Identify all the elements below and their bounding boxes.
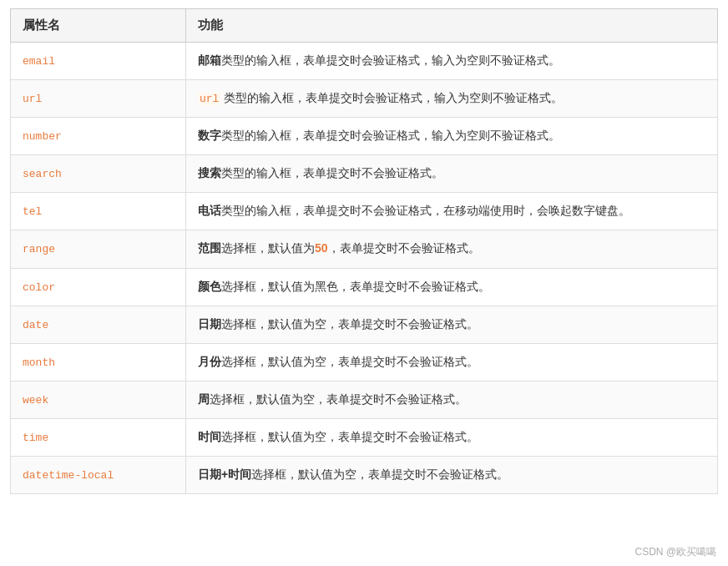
- table-row: urlurl 类型的输入框，表单提交时会验证格式，输入为空则不验证格式。: [11, 80, 718, 118]
- func-bold-text: 数字: [198, 129, 221, 142]
- attr-cell: url: [11, 80, 186, 118]
- table-row: tel电话类型的输入框，表单提交时不会验证格式，在移动端使用时，会唤起数字键盘。: [11, 193, 718, 230]
- table-row: datetime-local日期+时间选择框，默认值为空，表单提交时不会验证格式…: [11, 457, 718, 494]
- func-cell: 邮箱类型的输入框，表单提交时会验证格式，输入为空则不验证格式。: [186, 43, 718, 80]
- table-row: week周选择框，默认值为空，表单提交时不会验证格式。: [11, 381, 718, 418]
- attr-name-label: number: [23, 130, 62, 143]
- col-header-attr: 属性名: [11, 9, 186, 43]
- attr-name-label: email: [23, 55, 55, 68]
- watermark: CSDN @欧买噶噶: [634, 545, 716, 559]
- attr-cell: color: [11, 268, 186, 306]
- attr-cell: tel: [11, 193, 186, 230]
- attr-cell: number: [11, 118, 186, 155]
- table-row: number数字类型的输入框，表单提交时会验证格式，输入为空则不验证格式。: [11, 118, 718, 155]
- func-bold-text: 时间: [198, 430, 221, 443]
- attr-name-label: url: [23, 93, 42, 105]
- func-cell: 月份选择框，默认值为空，表单提交时不会验证格式。: [186, 343, 718, 381]
- attr-cell: date: [11, 306, 186, 343]
- func-cell: 搜索类型的输入框，表单提交时不会验证格式。: [186, 155, 718, 193]
- attr-name-label: week: [23, 394, 48, 407]
- func-code-text: url: [198, 93, 220, 105]
- func-cell: 日期+时间选择框，默认值为空，表单提交时不会验证格式。: [186, 457, 718, 494]
- table-row: date日期选择框，默认值为空，表单提交时不会验证格式。: [11, 306, 718, 343]
- table-row: time时间选择框，默认值为空，表单提交时不会验证格式。: [11, 418, 718, 456]
- attributes-table: 属性名 功能 email邮箱类型的输入框，表单提交时会验证格式，输入为空则不验证…: [10, 8, 718, 494]
- attr-name-label: date: [23, 319, 48, 331]
- func-bold-text: 日期+时间: [198, 467, 251, 481]
- func-cell: 数字类型的输入框，表单提交时会验证格式，输入为空则不验证格式。: [186, 118, 718, 155]
- func-cell: 电话类型的输入框，表单提交时不会验证格式，在移动端使用时，会唤起数字键盘。: [186, 193, 718, 230]
- attr-cell: month: [11, 343, 186, 381]
- attr-cell: time: [11, 418, 186, 456]
- attr-name-label: color: [23, 281, 55, 294]
- func-bold-text: 范围: [198, 241, 221, 255]
- attr-name-label: tel: [23, 205, 42, 218]
- table-row: email邮箱类型的输入框，表单提交时会验证格式，输入为空则不验证格式。: [11, 43, 718, 80]
- attr-name-label: range: [23, 243, 55, 255]
- func-cell: 周选择框，默认值为空，表单提交时不会验证格式。: [186, 381, 718, 418]
- attr-name-label: search: [23, 168, 62, 180]
- func-bold-text: 邮箱: [198, 53, 221, 67]
- func-num-text: 50: [315, 241, 328, 255]
- func-cell: url 类型的输入框，表单提交时会验证格式，输入为空则不验证格式。: [186, 80, 718, 118]
- table-row: search搜索类型的输入框，表单提交时不会验证格式。: [11, 155, 718, 193]
- func-cell: 时间选择框，默认值为空，表单提交时不会验证格式。: [186, 418, 718, 456]
- func-bold-text: 电话: [198, 204, 221, 217]
- col-header-func: 功能: [186, 9, 718, 43]
- table-row: color颜色选择框，默认值为黑色，表单提交时不会验证格式。: [11, 268, 718, 306]
- attr-cell: email: [11, 43, 186, 80]
- attr-cell: datetime-local: [11, 457, 186, 494]
- attr-cell: week: [11, 381, 186, 418]
- attr-name-label: month: [23, 356, 55, 369]
- attr-cell: range: [11, 230, 186, 268]
- func-bold-text: 颜色: [198, 280, 221, 293]
- table-row: month月份选择框，默认值为空，表单提交时不会验证格式。: [11, 343, 718, 381]
- attr-cell: search: [11, 155, 186, 193]
- func-bold-text: 月份: [198, 355, 221, 368]
- func-cell: 日期选择框，默认值为空，表单提交时不会验证格式。: [186, 306, 718, 343]
- func-bold-text: 周: [198, 392, 210, 406]
- attr-name-label: time: [23, 432, 48, 444]
- attr-name-label: datetime-local: [23, 469, 114, 482]
- table-row: range范围选择框，默认值为50，表单提交时不会验证格式。: [11, 230, 718, 268]
- table-header-row: 属性名 功能: [11, 9, 718, 43]
- func-bold-text: 日期: [198, 317, 221, 331]
- func-bold-text: 搜索: [198, 166, 221, 179]
- func-cell: 范围选择框，默认值为50，表单提交时不会验证格式。: [186, 230, 718, 268]
- func-cell: 颜色选择框，默认值为黑色，表单提交时不会验证格式。: [186, 268, 718, 306]
- main-container: 属性名 功能 email邮箱类型的输入框，表单提交时会验证格式，输入为空则不验证…: [0, 0, 728, 566]
